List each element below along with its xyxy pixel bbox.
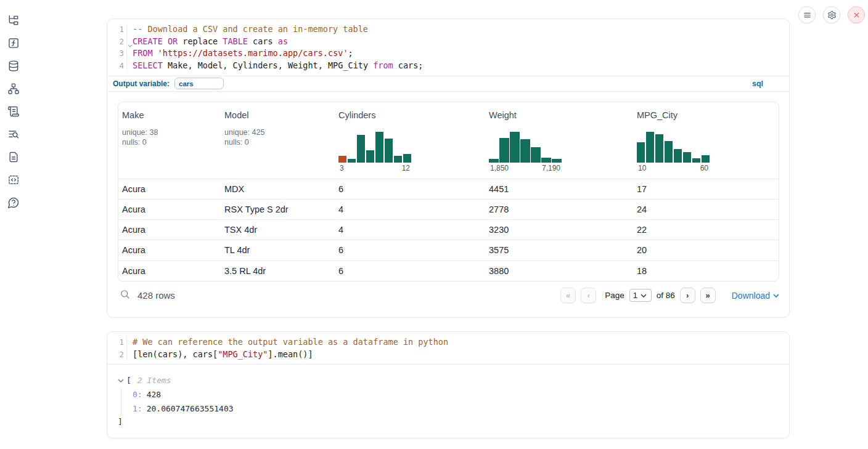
histogram-bar: [637, 142, 645, 163]
language-badge: sql: [752, 79, 763, 88]
column-header-mpg_city[interactable]: MPG_City1060: [633, 102, 779, 179]
table-row[interactable]: AcuraTL 4dr6357520: [118, 240, 779, 260]
table-cell: 17: [633, 184, 779, 194]
histogram-bar: [674, 149, 682, 163]
close-button[interactable]: [848, 6, 865, 23]
search-icon[interactable]: [120, 289, 130, 302]
rows-count: 428 rows: [137, 290, 175, 301]
menu-button[interactable]: [798, 6, 816, 23]
column-histogram: 312: [338, 130, 411, 172]
table-cell: 3.5 RL 4dr: [221, 266, 335, 276]
table-cell: Acura: [118, 245, 221, 255]
table-row[interactable]: AcuraTSX 4dr4323022: [118, 219, 779, 240]
table-cell: 4: [335, 225, 485, 235]
download-button[interactable]: Download: [732, 291, 779, 301]
list-item: 0:428: [133, 388, 779, 402]
line-number: 4: [107, 60, 127, 72]
column-header-model[interactable]: Modelunique: 425nulls: 0: [221, 102, 335, 179]
column-header-cylinders[interactable]: Cylinders312: [335, 102, 485, 179]
table-cell: 3575: [485, 245, 633, 255]
page-select[interactable]: 1: [629, 289, 652, 302]
histogram-bar: [552, 159, 562, 163]
column-stats: unique: 425nulls: 0: [224, 127, 331, 147]
code-text[interactable]: [len(cars), cars["MPG_City"].mean()]: [127, 349, 789, 361]
histogram-bar: [665, 141, 673, 163]
histogram-bar: [702, 155, 710, 163]
histogram-bar: [541, 158, 551, 163]
collapse-chevron-icon[interactable]: [118, 378, 124, 384]
code-text[interactable]: FROM 'https://datasets.marimo.app/cars.c…: [127, 47, 789, 60]
histogram-bar: [655, 134, 663, 163]
list-entries: 0:4281:20.060747663551403: [121, 388, 779, 416]
prev-page-button[interactable]: ‹: [581, 288, 596, 303]
histogram-range-labels: 312: [338, 163, 411, 172]
column-header-weight[interactable]: Weight1,8507,190: [485, 102, 633, 179]
database-icon[interactable]: [7, 59, 20, 73]
histogram-bar: [375, 132, 383, 163]
table-cell: 6: [335, 184, 485, 194]
first-page-button[interactable]: «: [560, 288, 576, 303]
python-cell: 1# We can reference the output variable …: [107, 331, 790, 439]
function-square-icon[interactable]: [7, 36, 20, 50]
code-line: 1# We can reference the output variable …: [107, 336, 789, 349]
settings-button[interactable]: [823, 6, 840, 23]
line-number: 1: [107, 336, 127, 349]
snippets-icon[interactable]: [7, 173, 20, 187]
settings-icon: [827, 10, 837, 20]
histogram-bar: [348, 159, 356, 163]
scroll-text-icon[interactable]: [7, 105, 20, 118]
next-page-button[interactable]: ›: [680, 288, 695, 303]
sql-code-editor[interactable]: 1-- Download a CSV and create an in-memo…: [107, 19, 789, 76]
table-cell: RSX Type S 2dr: [221, 204, 335, 214]
column-name: Model: [224, 110, 331, 120]
histogram-bar: [403, 154, 411, 163]
table-footer: 428 rows « ‹ Page 1 of 86 › » Download: [107, 281, 789, 312]
table-cell: 6: [335, 266, 485, 276]
code-text[interactable]: SELECT Make, Model, Cylinders, Weight, M…: [127, 60, 789, 72]
column-header-make[interactable]: Makeunique: 38nulls: 0: [118, 102, 221, 179]
close-bracket: ]: [118, 416, 779, 428]
chevron-down-icon: [773, 293, 779, 299]
help-icon[interactable]: [7, 196, 20, 209]
table-row[interactable]: AcuraRSX Type S 2dr4277824: [118, 199, 779, 219]
table-header: Makeunique: 38nulls: 0Modelunique: 425nu…: [118, 102, 779, 179]
list-search-icon[interactable]: [7, 127, 20, 141]
sql-cell: 1-- Download a CSV and create an in-memo…: [107, 18, 790, 318]
table-cell: Acura: [118, 184, 221, 194]
histogram-bar: [366, 150, 374, 163]
table-cell: Acura: [118, 266, 221, 276]
output-variable-label: Output variable:: [113, 79, 170, 88]
code-text[interactable]: -- Download a CSV and create an in-memor…: [127, 23, 789, 36]
line-number: 2: [107, 36, 127, 48]
pagination: « ‹ Page 1 of 86 › » Download: [560, 288, 779, 303]
table-row[interactable]: AcuraMDX6445117: [118, 179, 779, 199]
column-name: Make: [122, 110, 217, 120]
table-row[interactable]: Acura3.5 RL 4dr6388018: [118, 261, 779, 281]
line-number: 1: [107, 23, 127, 36]
column-name: Weight: [489, 110, 629, 120]
histogram-bar: [338, 156, 346, 163]
output-variable-input[interactable]: [174, 78, 224, 89]
code-line: 1-- Download a CSV and create an in-memo…: [107, 23, 789, 36]
histogram-bar: [394, 156, 402, 163]
code-text[interactable]: # We can reference the output variable a…: [127, 336, 789, 349]
histogram-bar: [683, 152, 691, 163]
dependency-graph-icon[interactable]: [7, 82, 20, 95]
line-number: 2: [107, 349, 127, 361]
table-cell: 3230: [485, 225, 633, 235]
python-code-editor[interactable]: 1# We can reference the output variable …: [107, 332, 789, 364]
fold-chevron-icon[interactable]: [128, 39, 133, 44]
last-page-button[interactable]: »: [700, 288, 716, 303]
file-tree-icon[interactable]: [7, 14, 20, 27]
histogram-bar: [357, 135, 365, 163]
document-icon[interactable]: [7, 150, 20, 164]
code-text[interactable]: CREATE OR replace TABLE cars as: [127, 36, 789, 48]
code-line: 2[len(cars), cars["MPG_City"].mean()]: [107, 349, 789, 361]
table-cell: Acura: [118, 204, 221, 214]
code-line: 3FROM 'https://datasets.marimo.app/cars.…: [107, 47, 789, 60]
table-cell: 20: [633, 245, 779, 255]
output-variable-bar: Output variable: sql: [107, 76, 789, 92]
code-line: 2CREATE OR replace TABLE cars as: [107, 36, 789, 48]
table-cell: 6: [335, 245, 485, 255]
table-cell: TL 4dr: [221, 245, 335, 255]
